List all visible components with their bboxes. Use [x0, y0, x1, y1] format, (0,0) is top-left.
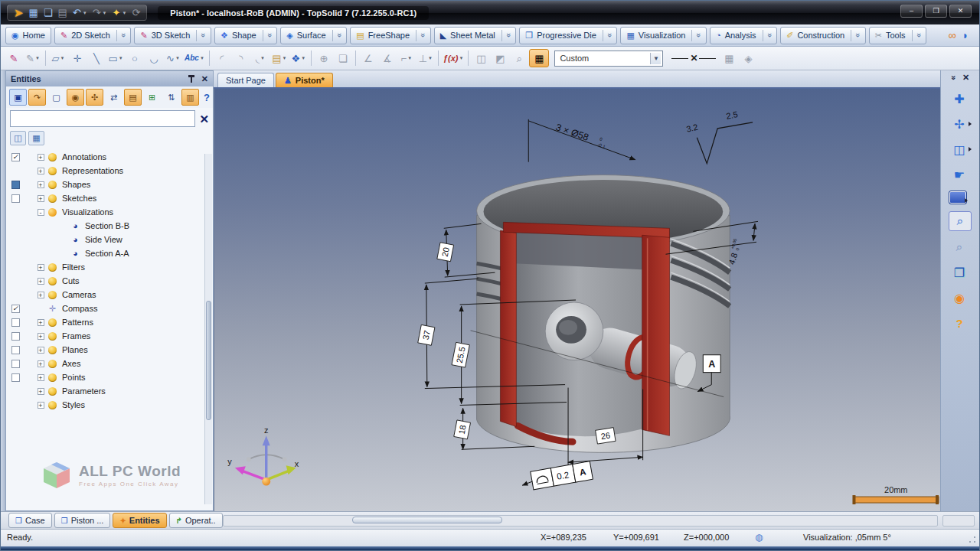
piston-model[interactable] — [477, 175, 730, 453]
flyout-arrow-icon[interactable] — [965, 198, 968, 203]
tree-item-axes[interactable]: Axes — [6, 357, 213, 370]
expander-icon[interactable] — [35, 154, 46, 161]
tree-item-points[interactable]: Points — [6, 370, 213, 384]
tab-entities[interactable]: Entities — [113, 513, 166, 528]
app-logo-icon[interactable]: ➤▼ — [14, 7, 24, 18]
dropdown-arrow-icon[interactable]: ▼ — [260, 56, 265, 60]
rectangle-icon[interactable]: ▭▼ — [106, 50, 125, 67]
group-icon[interactable]: ▤ — [124, 89, 142, 106]
history-icon[interactable]: ↷ — [28, 89, 46, 106]
separator[interactable]: ▼ — [209, 51, 210, 66]
visibility-checkbox[interactable] — [11, 373, 20, 382]
redo-icon[interactable]: ↷▼ — [93, 8, 107, 18]
expander-icon[interactable] — [35, 374, 46, 381]
solid-icon[interactable]: ❖▼ — [289, 50, 308, 67]
orbit-icon[interactable]: ◉ — [949, 289, 970, 307]
chevron-down-icon[interactable] — [763, 30, 772, 41]
visibility-checkbox[interactable] — [11, 318, 20, 327]
help-icon[interactable]: ? — [204, 92, 210, 103]
view-cube-icon[interactable]: ❐ — [949, 263, 970, 282]
separator[interactable]: ▼ — [311, 51, 312, 66]
tab-piston[interactable]: Piston ... — [54, 513, 111, 528]
hatch-icon[interactable]: ▦ — [720, 50, 738, 67]
document-icon[interactable]: ▤▼ — [270, 50, 289, 67]
selection-set-icon[interactable]: ▢ — [47, 89, 65, 106]
minimize-button[interactable]: – — [900, 5, 923, 18]
separator[interactable]: ▼ — [355, 51, 356, 66]
function-icon[interactable]: ƒ(x)▼ — [442, 50, 466, 67]
chevron-down-icon[interactable] — [263, 30, 272, 41]
tree-item-annotations[interactable]: Annotations — [6, 150, 213, 164]
visualization-precision[interactable]: Visualization: ,05mm 5° — [803, 533, 891, 542]
chevron-down-icon[interactable] — [691, 30, 701, 41]
expander-icon[interactable] — [35, 168, 46, 174]
tree-item-frames[interactable]: Frames — [6, 329, 213, 343]
expander-icon[interactable] — [35, 292, 46, 298]
tree-mode-icon[interactable]: ▥ — [181, 89, 199, 106]
visibility-checkbox[interactable] — [11, 194, 20, 203]
horizontal-scrollbar[interactable] — [223, 515, 938, 527]
expander-icon[interactable] — [35, 347, 46, 354]
context-help-icon[interactable]: ? — [949, 314, 970, 332]
separator[interactable]: ▼ — [45, 51, 46, 66]
show-hide-icon[interactable]: ◉ — [67, 89, 84, 106]
dropdown-arrow-icon[interactable]: ▼ — [428, 56, 433, 60]
filter-input[interactable] — [10, 110, 195, 127]
visibility-checkbox[interactable] — [11, 346, 20, 354]
chevron-down-icon[interactable] — [332, 30, 341, 41]
tree-item-representations[interactable]: Representations — [6, 164, 213, 178]
visibility-checkbox[interactable] — [11, 360, 20, 368]
tree-item-planes[interactable]: Planes — [6, 343, 213, 357]
visibility-checkbox[interactable] — [11, 305, 20, 313]
pin-entity-icon[interactable]: ▣ — [9, 89, 27, 106]
chevron-down-icon[interactable] — [851, 30, 860, 41]
print-icon[interactable]: ▤▼ — [58, 8, 67, 18]
separator[interactable]: ▼ — [468, 51, 469, 66]
scrollbar-thumb[interactable] — [206, 301, 211, 420]
flyout-arrow-icon[interactable] — [969, 147, 972, 152]
tab-2d-sketch[interactable]: 2D Sketch — [54, 27, 132, 44]
chamfer-icon[interactable]: ◝▼ — [232, 50, 250, 67]
line-icon[interactable]: ╲▼ — [87, 50, 106, 67]
arc-icon[interactable]: ◡▼ — [145, 50, 163, 67]
trim-line-icon[interactable]: ✕ — [671, 53, 716, 64]
expander-icon[interactable] — [35, 388, 46, 395]
tab-visualization[interactable]: Visualization — [620, 27, 707, 44]
tab-piston-document[interactable]: Piston* — [276, 73, 333, 87]
perpendicular-icon[interactable]: ⊥▼ — [416, 50, 435, 67]
import-icon[interactable]: ⊕▼ — [315, 50, 333, 67]
expander-icon[interactable] — [35, 360, 46, 367]
dropdown-arrow-icon[interactable]: ▼ — [459, 56, 463, 60]
tab-shape[interactable]: Shape — [214, 27, 277, 44]
text-icon[interactable]: Abc▼ — [183, 50, 206, 67]
close-button[interactable]: ✕ — [949, 5, 972, 18]
sketch-edit-icon[interactable]: ✎▼ — [5, 50, 23, 67]
tab-case[interactable]: Case — [8, 513, 52, 528]
tree-item-visualizations[interactable]: Visualizations — [6, 205, 213, 219]
expand-all-icon[interactable]: ◫ — [10, 131, 26, 145]
expander-icon[interactable] — [35, 209, 46, 216]
dropdown-arrow-icon[interactable]: ▼ — [200, 56, 204, 60]
datum-icon[interactable]: ∠▼ — [359, 50, 377, 67]
tab-3d-sketch[interactable]: 3D Sketch — [134, 27, 211, 44]
dropdown-arrow-icon[interactable]: ▼ — [283, 56, 287, 60]
constraint-icon[interactable]: ⌐▼ — [397, 50, 416, 67]
clear-filter-icon[interactable]: ✕ — [199, 113, 209, 125]
corner-trim-icon[interactable]: ◟▼ — [251, 50, 270, 67]
circle-icon[interactable]: ○▼ — [126, 50, 144, 67]
view-plane-icon[interactable]: ✢ — [949, 115, 970, 133]
undo-icon[interactable]: ↶▼ — [73, 8, 87, 18]
tree-item-side-view[interactable]: Side View — [6, 233, 213, 246]
save-all-icon[interactable]: ❏▼ — [44, 8, 53, 18]
expander-icon[interactable] — [35, 333, 46, 340]
tree-item-shapes[interactable]: Shapes — [6, 178, 213, 191]
expander-icon[interactable] — [35, 264, 46, 271]
dropdown-arrow-icon[interactable]: ▼ — [119, 56, 123, 60]
pin-icon[interactable] — [191, 76, 192, 83]
expander-icon[interactable] — [35, 319, 46, 326]
refresh-icon[interactable]: ⟳▼ — [132, 8, 140, 18]
dropdown-arrow-icon[interactable]: ▼ — [60, 56, 65, 60]
visibility-checkbox[interactable] — [11, 153, 20, 161]
tab-freeshape[interactable]: FreeShape — [350, 27, 430, 44]
dropdown-arrow-icon[interactable]: ▼ — [103, 11, 107, 15]
